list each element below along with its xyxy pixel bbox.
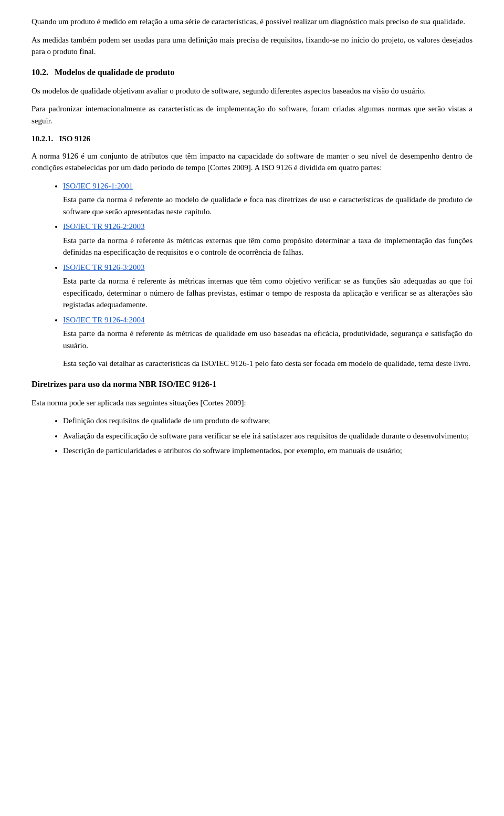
iso-link-3[interactable]: ISO/IEC TR 9126-3:2003 <box>63 261 472 274</box>
guideline-item-2: Avaliação da especificação de software p… <box>63 430 472 442</box>
guideline-item-1: Definição dos requisitos de qualidade de… <box>63 415 472 427</box>
list-item-1: ISO/IEC 9126-1:2001 Esta parte da norma … <box>63 180 472 218</box>
page-content: Quando um produto é medido em relação a … <box>32 16 472 457</box>
section-10-2-1-title: ISO 9126 <box>59 134 91 143</box>
iso-text-3: Esta parte da norma é referente às métri… <box>63 277 472 309</box>
guidelines-list: Definição dos requisitos de qualidade de… <box>63 415 472 457</box>
section-10-2-1-number: 10.2.1. <box>32 134 53 143</box>
guidelines-intro: Esta norma pode ser aplicada nas seguint… <box>32 397 472 409</box>
intro-paragraph-2: As medidas também podem ser usadas para … <box>32 34 472 58</box>
closing-para: Esta seção vai detalhar as característic… <box>63 358 472 370</box>
section-10-2-1-heading: 10.2.1. ISO 9126 <box>32 133 472 145</box>
list-item-2: ISO/IEC TR 9126-2:2003 Esta parte da nor… <box>63 221 472 258</box>
iso-text-1: Esta parte da norma é referente ao model… <box>63 195 472 216</box>
list-item-3: ISO/IEC TR 9126-3:2003 Esta parte da nor… <box>63 261 472 311</box>
iso-parts-list: ISO/IEC 9126-1:2001 Esta parte da norma … <box>63 180 472 352</box>
section-10-2-heading: 10.2. Modelos de qualidade de produto <box>32 66 472 79</box>
section-10-2-number: 10.2. <box>32 68 48 77</box>
section-10-2-title: Modelos de qualidade de produto <box>55 68 174 77</box>
list-item-4: ISO/IEC TR 9126-4:2004 Esta parte da nor… <box>63 314 472 352</box>
iso-text-2: Esta parte da norma é referente às métri… <box>63 236 472 257</box>
guideline-item-3: Descrição de particularidades e atributo… <box>63 445 472 457</box>
section-10-2-1-para1: A norma 9126 é um conjunto de atributos … <box>32 150 472 174</box>
iso-link-1[interactable]: ISO/IEC 9126-1:2001 <box>63 180 472 192</box>
iso-link-4[interactable]: ISO/IEC TR 9126-4:2004 <box>63 314 472 326</box>
section-10-2-para1: Os modelos de qualidade objetivam avalia… <box>32 85 472 97</box>
iso-text-4: Esta parte da norma é referente às métri… <box>63 329 472 350</box>
section-10-2-para2: Para padronizar internacionalmente as ca… <box>32 103 472 127</box>
guidelines-heading: Diretrizes para uso da norma NBR ISO/IEC… <box>32 378 472 391</box>
iso-link-2[interactable]: ISO/IEC TR 9126-2:2003 <box>63 221 472 233</box>
intro-paragraph-1: Quando um produto é medido em relação a … <box>32 16 472 28</box>
